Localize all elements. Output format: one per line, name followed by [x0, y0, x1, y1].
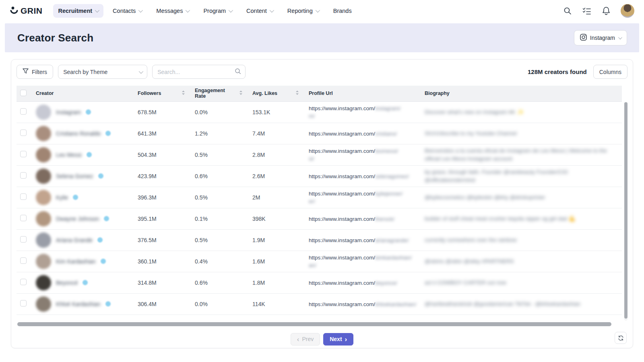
chevron-down-icon — [186, 8, 190, 12]
creators-table: Creator Followers Engagement Rate Avg. L… — [17, 86, 627, 321]
followers-value: 678.5M — [133, 101, 190, 123]
sort-icon[interactable] — [295, 90, 299, 97]
grin-logo[interactable]: GRIN — [10, 5, 43, 16]
column-header-engagement-rate[interactable]: Engagement Rate — [190, 86, 248, 101]
table-row[interactable]: Ariana Grande 376.5M 0.5% 1.9M https://w… — [17, 229, 622, 251]
column-header-creator[interactable]: Creator — [31, 86, 133, 101]
creator-avatar — [36, 126, 51, 141]
chevron-left-icon: ‹ — [297, 336, 299, 343]
profile-url-link[interactable]: https://www.instagram.com/instagram/ — [309, 105, 415, 111]
select-all-checkbox[interactable] — [20, 90, 27, 96]
nav-menu: Recruitment Contacts Messages Program Co… — [53, 4, 563, 18]
creator-name: Beyoncé — [56, 280, 78, 286]
nav-item-recruitment[interactable]: Recruitment — [53, 4, 104, 18]
chevron-down-icon — [270, 8, 274, 12]
profile-url-cell: https://www.instagram.com/leomessi/ si/ — [304, 144, 420, 165]
biography-text: Bienvenidos a la cuenta oficial de Insta… — [425, 147, 617, 162]
row-checkbox[interactable] — [20, 151, 27, 157]
refresh-button[interactable] — [615, 332, 627, 344]
creator-name: Khloé Kardashian — [56, 301, 101, 307]
network-selector[interactable]: Instagram — [574, 30, 627, 45]
avg-likes-value: 114K — [248, 293, 304, 315]
theme-select[interactable]: Search by Theme — [58, 65, 147, 79]
creator-name: Selena Gomez — [56, 173, 93, 179]
profile-url-link[interactable]: https://www.instagram.com/arianagrande/ — [309, 237, 415, 243]
followers-value: 395.1M — [133, 208, 190, 229]
vertical-scrollbar-thumb[interactable] — [624, 102, 627, 319]
table-row[interactable]: Cristiano Ronaldo 641.3M 1.2% 7.4M https… — [17, 123, 622, 144]
profile-url-link[interactable]: https://www.instagram.com/kimkardashian/ — [309, 254, 415, 261]
profile-url-link[interactable]: https://www.instagram.com/khloekardashia… — [309, 301, 415, 307]
prev-page-button[interactable]: ‹ Prev — [291, 333, 320, 346]
row-checkbox[interactable] — [20, 215, 27, 221]
creator-avatar — [36, 147, 51, 162]
profile-url-link[interactable]: https://www.instagram.com/kyliejenner/ — [309, 190, 415, 197]
top-navigation: GRIN Recruitment Contacts Messages Progr… — [0, 0, 644, 22]
vertical-scrollbar[interactable] — [624, 102, 627, 321]
tasks-icon[interactable] — [582, 6, 592, 16]
next-page-button[interactable]: Next › — [323, 333, 353, 346]
nav-item-messages[interactable]: Messages — [151, 4, 194, 18]
profile-url-link[interactable]: https://www.instagram.com/cristiano/ — [309, 130, 415, 137]
table-row[interactable]: Instagram 678.5M 0.0% 153.1K https://www… — [17, 101, 622, 123]
avg-likes-value: 1.9M — [248, 229, 304, 251]
biography-text: act ii COWBOY CARTER out now — [425, 279, 506, 287]
filters-button[interactable]: Filters — [17, 65, 53, 79]
column-header-followers[interactable]: Followers — [133, 86, 190, 101]
profile-url-cell: https://www.instagram.com/beyonce/ — [304, 272, 420, 293]
creator-search-card: Filters Search by Theme 128M creators fo… — [11, 59, 633, 348]
table-row[interactable]: Khloé Kardashian 306.4M 0.0% 114K https:… — [17, 293, 622, 315]
row-checkbox[interactable] — [20, 172, 27, 179]
avg-likes-value: 1.8M — [248, 272, 304, 293]
pagination: ‹ Prev Next › — [17, 326, 627, 352]
table-row[interactable]: Selena Gomez 423.9M 0.6% 2.6M https://ww… — [17, 165, 622, 187]
row-checkbox[interactable] — [20, 108, 27, 115]
profile-url-link[interactable]: https://www.instagram.com/therock/ — [309, 216, 415, 222]
row-checkbox[interactable] — [20, 257, 27, 264]
notifications-icon[interactable] — [601, 6, 611, 16]
nav-item-brands[interactable]: Brands — [328, 4, 357, 18]
biography-text: Discover what's new on Instagram 👀 ✨ — [425, 108, 524, 116]
horizontal-scrollbar-thumb[interactable] — [17, 322, 611, 326]
profile-url-link[interactable]: https://www.instagram.com/leomessi/ — [309, 148, 415, 154]
nav-item-reporting[interactable]: Reporting — [282, 4, 324, 18]
creator-name: Leo Messi — [56, 152, 82, 158]
nav-item-content[interactable]: Content — [241, 4, 278, 18]
table-toolbar: Filters Search by Theme 128M creators fo… — [17, 65, 627, 79]
sort-icon[interactable] — [239, 90, 243, 97]
table-row[interactable]: Leo Messi 504.3M 0.5% 2.8M https://www.i… — [17, 144, 622, 165]
biography-text: SIUUUbscribe to my Youtube Channel — [425, 130, 517, 138]
row-checkbox[interactable] — [20, 236, 27, 243]
search-box — [152, 65, 246, 79]
row-checkbox[interactable] — [20, 300, 27, 306]
nav-item-contacts[interactable]: Contacts — [107, 4, 147, 18]
table-row[interactable]: Kim Kardashian 360.1M 0.4% 1.6M https://… — [17, 251, 622, 272]
creator-avatar — [36, 190, 51, 205]
search-icon[interactable] — [563, 6, 572, 16]
creator-avatar — [36, 296, 51, 312]
row-checkbox[interactable] — [20, 193, 27, 200]
page-header: Creator Search Instagram — [5, 23, 639, 52]
profile-url-cell: https://www.instagram.com/selenagomez/ — [304, 165, 420, 187]
horizontal-scrollbar[interactable] — [17, 322, 627, 326]
user-avatar[interactable] — [621, 4, 634, 18]
table-row[interactable]: Kylie 396.3M 0.5% 2M https://www.instagr… — [17, 187, 622, 208]
column-header-avg-likes[interactable]: Avg. Likes — [248, 86, 304, 101]
row-checkbox[interactable] — [20, 130, 27, 136]
table-row[interactable]: Beyoncé 314.8M 0.6% 1.8M https://www.ins… — [17, 272, 622, 293]
column-header-biography[interactable]: Biography — [420, 86, 622, 101]
row-checkbox[interactable] — [20, 279, 27, 285]
sort-icon[interactable] — [182, 90, 185, 97]
table-row[interactable]: Dwayne Johnson 395.1M 0.1% 398K https://… — [17, 208, 622, 229]
verified-badge-icon — [83, 280, 88, 285]
profile-url-cell: https://www.instagram.com/kimkardashian/… — [304, 251, 420, 272]
nav-item-program[interactable]: Program — [198, 4, 237, 18]
profile-url-link[interactable]: https://www.instagram.com/selenagomez/ — [309, 173, 415, 179]
search-icon[interactable] — [235, 68, 241, 76]
search-input[interactable] — [157, 69, 231, 75]
profile-url-link[interactable]: https://www.instagram.com/beyonce/ — [309, 280, 415, 286]
column-header-profile-url[interactable]: Profile Url — [304, 86, 420, 101]
chevron-down-icon — [315, 8, 320, 12]
network-selector-label: Instagram — [590, 35, 615, 41]
columns-button[interactable]: Columns — [593, 65, 627, 79]
